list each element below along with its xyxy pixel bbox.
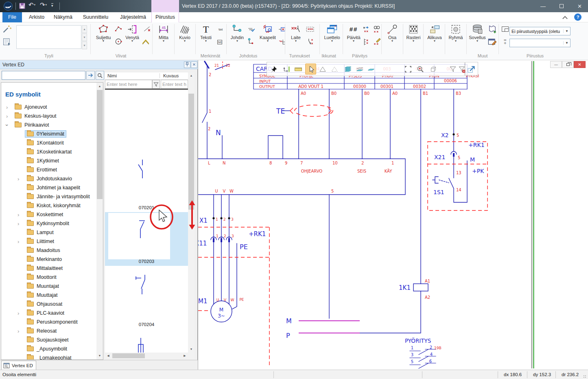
symbol-item-070201[interactable]: 070201 [105, 150, 188, 212]
tree-item-0yleisimm-t[interactable]: 0Yleisimmät [1, 130, 96, 139]
tag-box-icon[interactable] [305, 25, 315, 34]
symbol-hscrollbar-thumb[interactable] [112, 353, 145, 358]
tree-item-merkinanto[interactable]: Merkinanto [1, 255, 96, 264]
triangle-icon[interactable] [317, 64, 328, 74]
ruler-icon[interactable] [293, 64, 304, 74]
tag-contact-icon[interactable] [305, 37, 315, 46]
undo-button[interactable]: ↶▾ [28, 1, 35, 9]
tree-item-1kosketinkartat[interactable]: 1Kosketinkartat [1, 148, 96, 157]
chevron-right-icon[interactable]: › [17, 311, 19, 316]
alikuva-button[interactable]: Alikuva▼ [424, 24, 445, 42]
kaapelit-button[interactable]: Kaapelit▼ [258, 24, 278, 42]
tree-item-lamput[interactable]: Lamput [1, 228, 96, 237]
tree-item-kytkinsymbolit[interactable]: ›Kytkinsymbolit [1, 219, 96, 228]
update-refs-icon[interactable] [362, 25, 372, 34]
kuvaus-filter-input[interactable] [161, 80, 188, 89]
search-icon[interactable] [96, 71, 104, 80]
drawing-type-select[interactable]: Ei piirustustyyppiä (oletu▼ [509, 27, 571, 35]
tree-scrollbar-thumb[interactable] [97, 90, 103, 199]
chevron-right-icon[interactable]: › [17, 329, 19, 334]
teksti-button[interactable]: T Teksti▼ [197, 24, 215, 42]
tree-item-keskus-layout[interactable]: ›Keskus-layout [1, 112, 96, 121]
paivita-button[interactable]: ## Päivitä▼ [344, 24, 363, 42]
tree-item--lomakepohjat[interactable]: _Lomakepohjat [1, 354, 96, 360]
tree-item-moottorit[interactable]: Moottorit [1, 273, 96, 282]
text-box-icon[interactable]: txt [215, 37, 225, 46]
search-go-button[interactable] [86, 71, 95, 80]
pan-extents-icon[interactable] [280, 64, 291, 74]
tree-scroll-up-icon[interactable]: ▲ [96, 83, 103, 90]
symbol-scrollbar-thumb[interactable] [188, 94, 194, 210]
column-nimi[interactable]: Nimi [107, 73, 117, 78]
ryhma-button[interactable]: Ryhmä▼ [446, 24, 466, 42]
symbol-item-070204[interactable]: 070204 [105, 266, 188, 329]
layers-pair-icon[interactable] [354, 64, 365, 74]
chevron-right-icon[interactable]: › [17, 212, 19, 217]
cable-end-icon[interactable] [278, 25, 287, 34]
wire-check-icon[interactable] [247, 25, 256, 34]
tree-item-suojauskojeet[interactable]: Suojauskojeet [1, 336, 96, 345]
osa-button[interactable]: Osa▼ [383, 24, 402, 42]
sovellus-button[interactable]: Sovellus▼ [467, 24, 487, 42]
symbol-scroll-up-icon[interactable]: ▲ [188, 72, 195, 79]
macro-add-icon[interactable] [487, 25, 497, 34]
column-kuvaus[interactable]: Kuvaus [160, 73, 179, 78]
style-scroll-down[interactable]: ▼ [82, 33, 87, 41]
vertex-ed-tab[interactable]: Vertex ED [1, 361, 36, 370]
drawing-subtype-select[interactable]: ▼ [509, 39, 571, 47]
zoom-in-icon[interactable] [415, 64, 426, 74]
johdin-button[interactable]: Johdin▼ [228, 24, 247, 42]
chamfer-icon[interactable] [141, 37, 151, 46]
panel-close-button[interactable]: ✕ [191, 61, 197, 68]
tree-item-maadoitus[interactable]: Maadoitus [1, 246, 96, 255]
tree-item-johdotuskaavio[interactable]: ›Johdotuskaavio [1, 175, 96, 184]
tree-item-kiskot-kiskoryhm-t[interactable]: Kiskot, kiskoryhmät [1, 202, 96, 210]
kuvio-button[interactable]: Kuvio▼ [175, 24, 195, 42]
tree-item-peruskomponentit[interactable]: Peruskomponentit [1, 318, 96, 327]
minimize-button[interactable]: — [534, 0, 552, 12]
tree-item-liittimet[interactable]: ›Liittimet [1, 237, 96, 246]
tree-item-johtimet-ja-kaapelit[interactable]: Johtimet ja kaapelit [1, 184, 96, 193]
tree-item-plc-kaaviot[interactable]: ›PLC-kaaviot [1, 309, 96, 318]
tab-suunnittelu[interactable]: Suunnittelu [78, 12, 113, 22]
chevron-down-icon[interactable]: › [4, 124, 10, 126]
symbol-scroll-left-icon[interactable]: ◀ [105, 353, 111, 359]
redo-button[interactable]: ↷▾ [40, 1, 47, 9]
style-properties-icon[interactable] [2, 37, 12, 46]
tree-item-mittalaitteet[interactable]: Mittalaitteet [1, 264, 96, 273]
style-scroll-end[interactable]: ▼ [82, 42, 87, 49]
script-edit-icon[interactable] [487, 37, 497, 46]
text-leader-icon[interactable]: \txt [216, 25, 225, 34]
resize-grip[interactable] [583, 375, 587, 379]
tree-item--apusymbolit[interactable]: _Apusymbolit [1, 345, 96, 354]
tree-item-piirikaaviot[interactable]: ›Piirikaaviot [1, 121, 96, 130]
layers-all-icon[interactable] [342, 64, 353, 74]
tree-item-erottimet[interactable]: Erottimet [1, 166, 96, 175]
laite-button[interactable]: Laite▼ [286, 24, 305, 42]
suljettu-button[interactable]: Suljettu▼ [93, 24, 114, 42]
cube-icon[interactable] [428, 64, 439, 74]
tree-item-muuttajat[interactable]: Muuttajat [1, 291, 96, 300]
rasteri-button[interactable]: Rasteri▼ [404, 24, 423, 42]
maximize-button[interactable] [552, 0, 571, 12]
mdi-minimize-button[interactable]: — [550, 61, 562, 68]
style-scroll-up[interactable]: ▲ [82, 25, 87, 33]
style-wand-icon[interactable] [2, 24, 12, 33]
chevron-right-icon[interactable]: › [17, 176, 19, 182]
venyta-button[interactable]: Venytä▼ [122, 24, 142, 42]
cable-branch-icon[interactable] [278, 37, 287, 46]
mdi-restore-button[interactable] [562, 61, 574, 68]
style-listbox[interactable] [16, 25, 81, 49]
chevron-right-icon[interactable]: › [17, 239, 19, 244]
tree-item-releosat[interactable]: ›Releosat [1, 327, 96, 336]
select-cursor-icon[interactable] [305, 64, 316, 74]
mdi-close-button[interactable]: ✕ [574, 61, 586, 68]
drawing-canvas[interactable]: CARDSYMBOLINPUTOUTPUTAD0 VOUT 1003000030… [198, 60, 588, 370]
customize-qat-button[interactable]: ▾ [51, 3, 53, 8]
tree-scroll-down-icon[interactable]: ▼ [96, 353, 103, 359]
filter-funnel-icon[interactable] [152, 80, 160, 89]
tree-item-koskettimet[interactable]: ›Koskettimet [1, 210, 96, 219]
layer-single-icon[interactable] [365, 64, 376, 74]
save-button[interactable] [18, 2, 26, 10]
symbol-scroll-down-icon[interactable]: ▼ [188, 346, 195, 353]
